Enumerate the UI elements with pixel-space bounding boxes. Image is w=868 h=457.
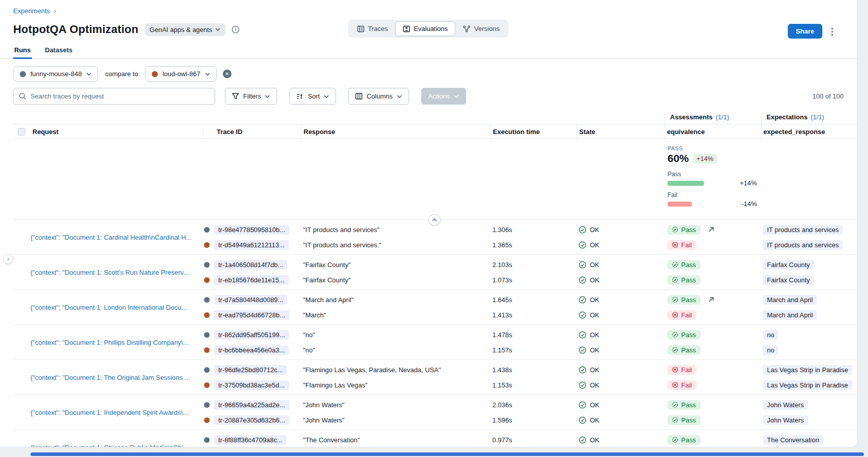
- tab-evaluations[interactable]: Evaluations: [395, 21, 455, 36]
- equivalence-badge[interactable]: Pass: [667, 400, 700, 410]
- overflow-menu-icon[interactable]: [826, 25, 838, 38]
- request-link[interactable]: {"context": "Document 1: Chicago Public …: [30, 444, 189, 447]
- trace-id-link[interactable]: tr-1a406508d14f7db...: [214, 260, 287, 270]
- col-header-equivalence[interactable]: equivalence: [664, 124, 761, 139]
- select-all-checkbox[interactable]: [18, 128, 25, 136]
- equivalence-badge[interactable]: Pass: [667, 435, 700, 445]
- filters-button[interactable]: Filters: [225, 88, 277, 105]
- share-button[interactable]: Share: [788, 24, 822, 39]
- equivalence-badge[interactable]: Fail: [667, 380, 696, 390]
- run-b-color-dot: [152, 71, 158, 77]
- equivalence-badge[interactable]: Fail: [667, 365, 696, 375]
- trace-id-link[interactable]: tr-96dfe25bd80712c...: [214, 365, 287, 375]
- equivalence-result-label: Fail: [681, 366, 692, 374]
- tab-datasets[interactable]: Datasets: [44, 46, 74, 58]
- table-header-row: Request Trace ID Response Execution time…: [13, 124, 857, 139]
- tab-traces[interactable]: Traces: [350, 21, 395, 36]
- ok-check-icon: [579, 276, 586, 284]
- request-link[interactable]: {"context": "Document 1: London Internat…: [30, 304, 187, 311]
- request-link[interactable]: {"context": "Document 1: Phillips Distil…: [30, 339, 189, 346]
- expected-response-value: John Waters: [763, 400, 808, 410]
- view-switcher: Traces Evaluations Versions: [348, 20, 509, 38]
- columns-button[interactable]: Columns: [348, 88, 409, 105]
- page-tabs: Runs Datasets: [0, 46, 857, 59]
- table-row: {"context": "Document 1: Phillips Distil…: [13, 325, 857, 360]
- ok-check-icon: [579, 436, 586, 444]
- col-header-execution-time[interactable]: Execution time: [490, 124, 577, 139]
- trace-id-link[interactable]: tr-d7a5804f48d0089...: [214, 295, 287, 305]
- state-label: OK: [590, 436, 599, 444]
- columns-label: Columns: [366, 92, 392, 100]
- trace-id-link[interactable]: tr-96659a4a225ad2e...: [214, 400, 289, 410]
- horizontal-scrollbar[interactable]: [30, 452, 864, 456]
- main-panel: Experiments › HotpotQA Optimization GenA…: [0, 0, 857, 447]
- request-link[interactable]: {"context": "Document 1: The Original Ja…: [30, 374, 190, 381]
- equivalence-badge[interactable]: Fail: [667, 240, 696, 250]
- tab-versions[interactable]: Versions: [455, 21, 507, 36]
- execution-time: 2.103s: [492, 261, 512, 269]
- state-label: OK: [590, 311, 599, 319]
- trace-id-link[interactable]: tr-eb185676de11e15...: [214, 275, 289, 285]
- ok-check-icon: [579, 346, 586, 354]
- col-header-response[interactable]: Response: [301, 124, 490, 139]
- expand-sidebar-button[interactable]: ›: [3, 254, 13, 264]
- info-icon[interactable]: [231, 25, 240, 34]
- equivalence-badge[interactable]: Pass: [667, 295, 700, 305]
- expectations-count[interactable]: (1/1): [811, 113, 824, 121]
- col-header-trace-id[interactable]: Trace ID: [203, 124, 301, 139]
- equivalence-badge[interactable]: Pass: [667, 275, 700, 285]
- equivalence-badge[interactable]: Pass: [667, 415, 700, 425]
- run-a-name: funny-mouse-848: [30, 70, 82, 78]
- equivalence-badge[interactable]: Pass: [667, 260, 700, 270]
- trace-id-link[interactable]: tr-8f88ff36c4709a8c...: [214, 435, 286, 445]
- assessments-count[interactable]: (1/1): [716, 113, 729, 121]
- run-a-selector[interactable]: funny-mouse-848: [13, 66, 98, 82]
- pass-circle-check-icon: [672, 277, 678, 283]
- experiment-type-dropdown[interactable]: GenAI apps & agents: [145, 23, 226, 36]
- trace-id-link[interactable]: tr-ead795d4d66728b...: [214, 310, 289, 320]
- expected-response-value: The Conversation: [763, 435, 823, 445]
- open-comparison-arrow-icon[interactable]: [708, 226, 715, 233]
- tab-traces-label: Traces: [368, 25, 388, 32]
- trace-id-link[interactable]: tr-862dd95aff505199...: [214, 330, 289, 340]
- trace-id-link[interactable]: tr-20887e305d632b6...: [214, 415, 289, 425]
- equivalence-badge[interactable]: Pass: [667, 330, 700, 340]
- compare-to-label: compare to: [105, 70, 138, 78]
- trace-id-link[interactable]: tr-d54949a61212113...: [214, 240, 289, 250]
- pass-circle-check-icon: [672, 437, 678, 443]
- actions-button[interactable]: Actions: [421, 88, 466, 105]
- tab-runs[interactable]: Runs: [13, 46, 32, 58]
- trace-id-link[interactable]: tr-37509bd38ac3e5d...: [214, 380, 289, 390]
- open-comparison-arrow-icon[interactable]: [708, 296, 715, 303]
- equivalence-badge[interactable]: Pass: [667, 345, 700, 355]
- trace-id-link[interactable]: tr-98e47785095810b...: [214, 225, 289, 235]
- state-label: OK: [590, 346, 599, 354]
- equivalence-result-label: Fail: [681, 381, 692, 389]
- col-header-request[interactable]: Request: [30, 124, 203, 139]
- response-text: "Fairfax County": [301, 276, 351, 284]
- ok-check-icon: [579, 401, 586, 409]
- equivalence-badge[interactable]: Fail: [667, 310, 696, 320]
- response-text: "no": [301, 346, 315, 354]
- col-header-state[interactable]: State: [577, 124, 664, 139]
- request-link[interactable]: {"context": "Document 1: Cardinal Health…: [30, 234, 191, 241]
- request-link[interactable]: {"context": "Document 1: Independent Spi…: [30, 409, 188, 416]
- expectations-label: Expectations: [766, 113, 808, 121]
- breadcrumb-experiments-link[interactable]: Experiments: [13, 7, 50, 15]
- fail-bar-label: Fail: [667, 191, 761, 199]
- execution-time: 1.073s: [492, 276, 512, 284]
- fail-circle-x-icon: [672, 367, 678, 373]
- summary-metric-label: PASS: [667, 145, 761, 151]
- run-b-selector[interactable]: loud-owl-867: [145, 66, 216, 82]
- trace-id-link[interactable]: tr-bc6bbeea456e0a3...: [214, 345, 289, 355]
- collapse-summary-button[interactable]: [428, 214, 441, 225]
- sort-button[interactable]: Sort: [289, 88, 336, 105]
- table-body: {"context": "Document 1: Cardinal Health…: [0, 220, 857, 447]
- search-input[interactable]: [30, 92, 210, 100]
- equivalence-badge[interactable]: Pass: [667, 225, 700, 235]
- remove-comparison-icon[interactable]: ✕: [223, 70, 231, 78]
- versions-icon: [463, 25, 471, 32]
- col-header-expected-response[interactable]: expected_response: [761, 124, 857, 139]
- request-link[interactable]: {"context": "Document 1: Scott's Run Nat…: [30, 269, 189, 276]
- state-label: OK: [590, 331, 599, 339]
